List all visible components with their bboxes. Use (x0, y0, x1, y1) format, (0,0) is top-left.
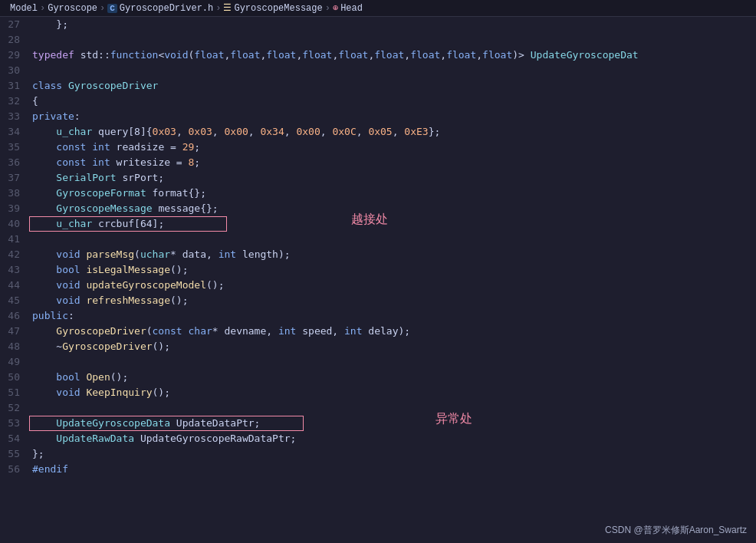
code-line-39: GyroscopeMessage message{}; (32, 201, 756, 216)
ln-32: 32 (6, 94, 20, 109)
bc-sep1: › (40, 3, 45, 14)
code-line-29: typedef std::function<void(float,float,f… (32, 48, 756, 63)
ln-46: 46 (6, 308, 20, 324)
bc-filename: GyroscopeDriver.h (120, 3, 213, 14)
code-line-53: UpdateGyroscopeData UpdateDataPtr; (32, 416, 756, 431)
bc-sep2: › (100, 3, 105, 14)
code-line-38: GyroscopeFormat format{}; (32, 186, 756, 201)
code-line-54: UpdateRawData UpdateGyroscopeRawDataPtr; (32, 431, 756, 446)
code-line-30 (32, 63, 756, 78)
code-line-56: #endif (32, 462, 756, 477)
watermark: CSDN @普罗米修斯Aaron_Swartz (605, 524, 747, 537)
ln-38: 38 (6, 186, 20, 201)
ln-49: 49 (6, 354, 20, 370)
code-line-28 (32, 32, 756, 48)
code-line-31: class GyroscopeDriver (32, 78, 756, 94)
ln-36: 36 (6, 155, 20, 170)
bc-sep4: › (325, 3, 330, 14)
ln-50: 50 (6, 370, 20, 385)
ln-30: 30 (6, 63, 20, 78)
code-line-50: bool Open(); (32, 370, 756, 385)
code-line-42: void parseMsg(uchar* data, int length); (32, 247, 756, 262)
ln-35: 35 (6, 140, 20, 155)
ln-52: 52 (6, 400, 20, 416)
ln-54: 54 (6, 431, 20, 446)
ln-41: 41 (6, 232, 20, 247)
ln-34: 34 (6, 124, 20, 140)
ln-53: 53 (6, 416, 20, 431)
ln-27: 27 (6, 17, 20, 32)
bc-c-icon: C (107, 4, 117, 13)
code-line-35: const int readsize = 29; (32, 140, 756, 155)
code-line-32: { (32, 94, 756, 109)
code-line-55: }; (32, 446, 756, 462)
editor-area: 27 28 29 30 31 32 33 34 35 36 37 38 39 4… (0, 17, 756, 543)
code-line-49 (32, 354, 756, 370)
code-line-33: private: (32, 109, 756, 124)
ln-42: 42 (6, 247, 20, 262)
bc-model: Model (10, 3, 38, 14)
ln-44: 44 (6, 278, 20, 293)
bc-head: Head (340, 3, 363, 14)
ln-47: 47 (6, 324, 20, 339)
ln-48: 48 (6, 339, 20, 354)
code-line-51: void KeepInquiry(); (32, 385, 756, 400)
code-line-34: u_char query[8]{0x03, 0x03, 0x00, 0x34, … (32, 124, 756, 140)
ln-29: 29 (6, 48, 20, 63)
ln-45: 45 (6, 293, 20, 308)
ln-39: 39 (6, 201, 20, 216)
bc-sep3: › (215, 3, 221, 14)
code-line-44: void updateGyroscopeModel(); (32, 278, 756, 293)
ln-33: 33 (6, 109, 20, 124)
bc-gyroscopemessage: GyroscopeMessage (234, 3, 322, 14)
code-line-36: const int writesize = 8; (32, 155, 756, 170)
code-line-43: bool isLegalMessage(); (32, 262, 756, 278)
code-line-52 (32, 400, 756, 416)
ln-40: 40 (6, 216, 20, 232)
bc-struct-icon: ☰ (223, 2, 232, 14)
ln-55: 55 (6, 446, 20, 462)
code-line-47: GyroscopeDriver(const char* devname, int… (32, 324, 756, 339)
ln-31: 31 (6, 78, 20, 94)
code-line-40: u_char crcbuf[64]; (32, 216, 756, 232)
code-line-37: SerialPort srPort; (32, 170, 756, 186)
code-line-27: }; (32, 17, 756, 32)
code-line-45: void refreshMessage(); (32, 293, 756, 308)
ln-43: 43 (6, 262, 20, 278)
bc-head-icon: ⊕ (333, 2, 338, 14)
ln-37: 37 (6, 170, 20, 186)
bc-gyroscope: Gyroscope (48, 3, 97, 14)
code-line-48: ~GyroscopeDriver(); (32, 339, 756, 354)
line-numbers-col: 27 28 29 30 31 32 33 34 35 36 37 38 39 4… (0, 17, 29, 543)
ln-28: 28 (6, 32, 20, 48)
code-line-41 (32, 232, 756, 247)
ln-56: 56 (6, 462, 20, 477)
breadcrumb-bar: Model › Gyroscope › C GyroscopeDriver.h … (0, 0, 756, 17)
code-line-46: public: (32, 308, 756, 324)
ln-51: 51 (6, 385, 20, 400)
code-col: }; typedef std::function<void(float,floa… (29, 17, 756, 543)
